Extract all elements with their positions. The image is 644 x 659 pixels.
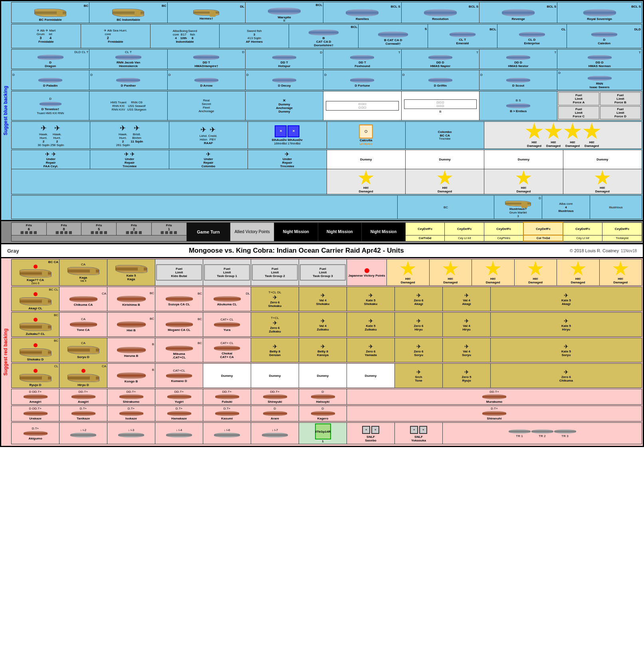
ship-scout: D D Scout [479,70,557,90]
sub-i-3: ↓ I-3 [107,423,155,444]
soryu-zero: ✈ Zero 6Soryu [395,338,443,362]
cey-lt-inf-2: Cey Lt Inf [563,235,602,241]
ship-indomitable: BC BC Indomitable [89,2,167,23]
ship-arrow: D D Arrow [167,70,245,90]
ship-fortune: D D Fortune [323,70,401,90]
ship-rnn-isaac-sweers: D RNNIsaac Sweers [557,70,642,90]
frts-1: Frts 1 ⬛ ⬛ ⬛ ⬛ [151,222,186,235]
3tkgp14r: 3TkGp14R 1 [299,423,347,444]
middle-section: Frts 6 ⬛ ⬛ ⬛ ⬛ Frts 8 ⬛ ⬛ ⬛ ⬛ Frts 5 ⬛ ⬛… [1,221,643,244]
version: 11Nov18 [621,249,637,253]
ship-hermes: DL Hermes† [167,2,245,23]
frts-5: Frts 5 ⬛ ⬛ ⬛ ⬛ [81,222,117,235]
zuikaku-val: ✈ Val 4Zuikaku [299,313,347,337]
hiryu-val: ✈ Val 4Hiryu [443,313,491,337]
blue-row1b: ✈ AlbGrum3 ✈ Martlet4 Frmidable ✈ Albcor… [11,24,642,48]
hiryu-kate: ✈ Kate 5Hiryu [491,313,642,337]
dummy1: Dummy [327,150,405,169]
cey-lt-inf-1: Cey Lt Inf [445,235,484,241]
shokaku-val: ✈ Val 4Shokaku [299,287,347,311]
game-turn-box: Game Turn [186,222,230,241]
red-row4: BC Shokaku D CA Soryu D B Haruna B [11,338,642,362]
ship-hmas-norman: T DD DHMAS Norman [557,49,642,69]
illustrious-2: Illustrious [590,196,642,219]
hermes-aircraft: Sword fish 3 413 Sqdn AF Hermes [220,24,289,48]
title-row: Gray Mongoose vs. King Cobra: Indian Oce… [1,244,643,258]
ship-kagero: D Kagero [299,406,347,422]
betty-kanoya: ✈ Betty 8Kanoya [299,338,347,362]
akagi-kate: ✈ Kate 5Akagi [491,287,642,311]
hit-damaged-jap-2: Hit!Damaged [429,259,472,286]
ship-paladin: D D Paladin [12,70,89,90]
ceydef-4: CeyDefFc [523,222,563,235]
ship-foxhound: T DD TFoxhound [323,49,401,69]
raaf: ✈ Lkhd. Hdsn ✈ Cnsld. PBY RAAF [169,122,248,149]
ship-hmas-nestor: T DD DHMAS Nestor [479,49,557,69]
ship-decoy: D D Decoy [245,70,323,90]
hit-dummy1: Hit!Damaged [327,169,405,194]
ship-panther: D D Panther [89,70,167,90]
zuikaku-zero: T+CL ✈ Zero 6Zuikaku [251,313,299,337]
page-wrapper: Suggest blue backing BC BC Formidable BC… [0,0,644,447]
ship-shokaku: BC Shokaku D [12,338,59,362]
sqdn-261: ✈ Hawk. Hurri. 2 261 Sqdn ✈ Bristl. Blnh… [90,122,169,149]
hit-damaged-jap-6: Hit!Damaged [599,259,642,286]
frmidable-sub: ✈ AlbGrum3 ✈ Martlet4 Frmidable [12,24,81,48]
red-section: Suggest red backing BC CA Kaga?? CA Zero… [1,258,643,446]
caledon: DLD DCaledon [567,24,642,48]
ceydef-2: CeyDefFc [445,222,484,235]
ceydef-row: Frts 6 ⬛ ⬛ ⬛ ⬛ Frts 8 ⬛ ⬛ ⬛ ⬛ Frts 5 ⬛ ⬛… [11,222,642,241]
hit-damaged-jap-5: Hit!Damaged [557,259,600,286]
ship-haruna: B Haruna B [107,338,155,362]
bc-area: BC [398,196,494,219]
cornwall: S B CAT CA DCornwall† [359,24,428,48]
frts-6: Frts 6 ⬛ ⬛ ⬛ ⬛ [12,222,47,235]
dummy-boxes: □ □ □□ □ □ [323,91,401,121]
ship-hotspur: D DD THotspur [245,49,323,69]
cey-plntrs: CeyPlntrs [484,235,524,241]
ship-kaga-kate: Kate 5Kaga [107,259,155,286]
red-dummy1: Dummy [203,364,251,388]
dummy2: Dummy [405,150,484,169]
hit-damaged-jap-3: Hit!Damaged [472,259,515,286]
ship-yura: CAT+ CL Yura [203,313,251,337]
sub-i-6: ↓ I-6 [203,423,251,444]
red-row6-dd: D DD.T+ Amagiri DD.T+ Asagiri DD.T+ Shir… [11,389,642,405]
tr-ships: TR 1 TR 2 TR 3 [443,423,642,444]
fuel-task-3: FuelLimitTask Group 3 [299,259,347,286]
yamada-zero: ✈ Zero 6Yamada [347,338,395,362]
ship-shirakumo: DD.T+ Shirakumo [107,389,155,405]
submarines-row: HMS Truant RNN KXI RNN KXV RNN O9 USS Se… [89,91,167,121]
ship-hmas-vampire: D DD THMASVampire† [167,49,245,69]
red-dummy3: Dummy [299,364,347,388]
ship-yugiri: DD.T+ Yugiri [155,389,203,405]
ship-hiei: BC Hiei B [107,313,155,337]
main-title: Mongoose vs. King Cobra: Indian Ocean Ca… [23,247,570,255]
gray-label: Gray [7,248,19,254]
akagi-val: ✈ Val 4Akagi [443,287,491,311]
ship-chikuma: CA Chikuma CA [59,287,107,311]
red-row1: BC CA Kaga?? CA Zero 6 CA Kaga Val 4 Kat… [11,259,642,286]
hermes-sub: Albacore4 BoingB1710th Swordfish8 Indomi… [150,24,220,48]
red-row5: CL Ryujo D CA Hiryu D B Kongo B [11,363,642,388]
soryu-kate: ✈ Kate 5Soryu [491,338,642,362]
trotskyist: Trotskyist [602,235,642,241]
ship-soryu: CA Soryu D [59,338,107,362]
ryujo-kate: ✈ Zero 6Chikuma [491,364,642,388]
ship-kasumi: D.T+ Kasumi [203,406,251,422]
ship-erebus: B S B > Erebus [479,91,557,121]
ship-urakaze: D DD.T+ Urakaze [12,406,59,422]
blue-row1: BC BC Formidable BC BC Indomitable DL He… [11,2,642,23]
sqdn-30-258: ✈ Hawk. Hurri. 2 30 Sqdn ✈ Hawk. Hurri. … [12,122,90,149]
ship-mogami: BC Mogami CA CL [155,313,203,337]
coltn-gd-2: Col TnGd [523,235,563,241]
ship-fubuki: DD.T+ Fubuki [203,389,251,405]
hit-dummy2: Hit!Damaged [405,169,484,194]
ship-arare: D Arare [251,406,299,422]
red-row3: BC Zuikaku? CL CA Tone CA BC Hiei B [11,312,642,337]
ship-shirayuki: DD.T+ Shirayuki [251,389,299,405]
ceydef-5: CeyDefFc [563,222,602,235]
snlf-sasebo: ≡ ≡ SNLFSasebo [347,423,395,444]
suggest-red-label: Suggest red backing [3,329,8,376]
ship-tenedos: D D Tenedos† Truant HMS KXI RNN [12,91,89,121]
